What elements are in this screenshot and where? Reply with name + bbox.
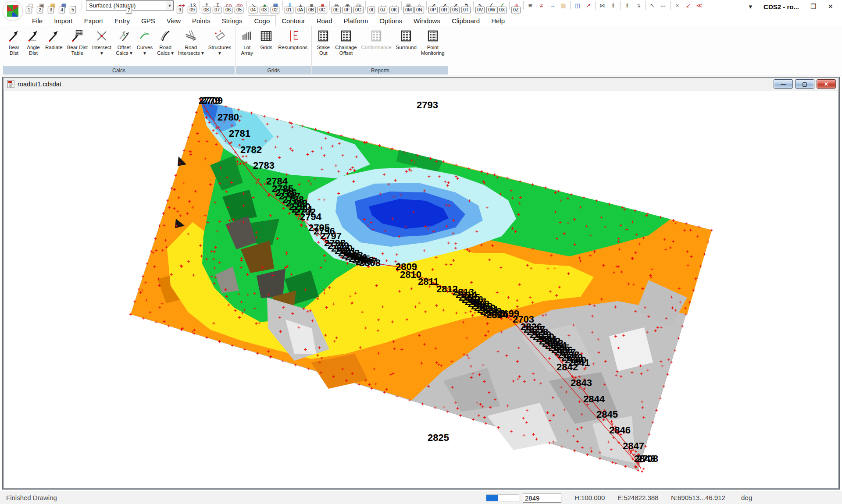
cascade-icon[interactable]: ▣0M — [403, 0, 414, 10]
tab-points[interactable]: Points — [186, 16, 216, 26]
map-canvas[interactable]: 2779270927802781278227832784278527862787… — [4, 91, 838, 488]
bearing-line-icon[interactable]: ↗0P — [428, 0, 439, 10]
point-number-input[interactable] — [523, 493, 561, 503]
angle-icon[interactable]: ∠0W — [486, 0, 497, 10]
ribbon-button-stake-out[interactable]: StakeOut — [314, 27, 333, 66]
ribbon-button-label: Resumptions — [278, 45, 307, 50]
point-numbers-icon[interactable]: 1309 — [187, 0, 198, 10]
chevron-down-icon[interactable]: ▼ — [166, 1, 173, 10]
ribbon-group-reports: StakeOutChainageOffsetConformanceSurroun… — [311, 26, 448, 75]
road-template-icon[interactable]: ≠ — [536, 0, 547, 10]
ribbon-button-bear-dist[interactable]: BearDist — [4, 27, 24, 66]
qat-dropdown-icon[interactable]: ▾ — [749, 3, 753, 11]
codes-icon[interactable]: co06 — [223, 0, 234, 10]
image-window-icon[interactable]: ▦02 — [270, 0, 281, 10]
ribbon-button-chainage-offset[interactable]: ChainageOffset — [333, 27, 359, 66]
zoom-out-icon[interactable]: ⊖0E — [331, 0, 342, 10]
ribbon-button-road-intersects[interactable]: RoadIntersects ▾ — [176, 27, 206, 66]
tab-entry[interactable]: Entry — [109, 16, 136, 26]
bars-red-icon[interactable]: ≪ — [694, 0, 705, 10]
doc-close-button[interactable]: ✕ — [817, 79, 836, 89]
ribbon-button-lot-array[interactable]: LotArray — [237, 27, 257, 66]
tab-file[interactable]: File — [26, 16, 48, 26]
tab-windows[interactable]: Windows — [408, 16, 446, 26]
delete-line-icon[interactable]: ⌀0Z — [511, 0, 522, 10]
layers-icon[interactable]: ≡0C — [317, 0, 328, 10]
tab-strings[interactable]: Strings — [216, 16, 248, 26]
open-folder-icon[interactable]: ▤3 — [47, 0, 58, 10]
triangles-icon[interactable]: ▲0A — [295, 0, 306, 10]
join-string-icon[interactable]: → — [547, 0, 558, 10]
multi-lines-icon[interactable]: ≋ — [525, 0, 536, 10]
keytip: 0F — [343, 7, 352, 13]
symbols-icon[interactable]: ♠03 — [259, 0, 270, 10]
window-close-button[interactable]: ✕ — [828, 3, 833, 11]
descriptions-icon[interactable]: de05 — [234, 0, 245, 10]
ribbon-button-intersect[interactable]: Intersect▾ — [90, 27, 114, 66]
tab-view[interactable]: View — [161, 16, 186, 26]
previous-view-icon[interactable]: ▭0J — [378, 0, 389, 10]
tab-clipboard[interactable]: Clipboard — [446, 16, 485, 26]
join-points-icon[interactable]: ↘04 — [248, 0, 259, 10]
breaklines-icon[interactable]: ∥01 — [284, 0, 295, 10]
line-icon[interactable]: ↗0R — [439, 0, 450, 10]
ribbon-button-bear-dist-table[interactable]: Bear DistTable — [65, 27, 90, 66]
tab-options[interactable]: Options — [374, 16, 408, 26]
tab-cogo[interactable]: Cogo — [248, 15, 276, 26]
new-doc-icon[interactable]: ▣2 — [36, 0, 47, 10]
traverse-icon[interactable]: ↰0T — [461, 0, 472, 10]
ribbon-button-angle-dist[interactable]: AngleDist — [24, 27, 43, 66]
ribbon-button-grids[interactable]: Grids — [257, 27, 276, 66]
terrain-surface — [4, 91, 838, 487]
new-file-icon[interactable]: ▢1 — [25, 0, 36, 10]
window-restore-button[interactable]: ❐ — [810, 3, 816, 11]
ribbon-button-resumptions[interactable]: Resumptions — [276, 27, 310, 66]
doc-restore-button[interactable]: ▢ — [795, 79, 814, 89]
elevations-down-icon[interactable]: ↧07 — [212, 0, 223, 10]
bars2-icon[interactable]: ‖ — [622, 0, 633, 10]
ribbon-button-surround[interactable]: Surround — [394, 27, 419, 66]
arc-icon[interactable]: ↗0S — [450, 0, 461, 10]
add-points-icon[interactable]: ++9 — [176, 0, 187, 10]
doc-minimize-button[interactable]: — — [774, 79, 793, 89]
section-icon[interactable]: ⋈ — [597, 0, 608, 10]
pan-icon[interactable]: ⇔0I — [367, 0, 378, 10]
select-icon[interactable]: ↖ — [647, 0, 658, 10]
status-h-value: H:100.000 — [574, 494, 605, 501]
open-project-icon[interactable]: ▨ — [558, 0, 569, 10]
ribbon-button-radiate[interactable]: Radiate — [43, 27, 65, 66]
home-view-icon[interactable]: ⌂0N — [414, 0, 425, 10]
ribbon-button-structures[interactable]: Structures▾ — [206, 27, 233, 66]
angle-green-icon[interactable]: ∠0X — [497, 0, 508, 10]
profile-icon[interactable]: ↗ — [583, 0, 594, 10]
ribbon-button-offset-calcs[interactable]: OffsetCalcs ▾ — [114, 27, 135, 66]
zoom-window-icon[interactable]: ◎0G — [353, 0, 364, 10]
redraw-icon[interactable]: ▭0K — [389, 0, 400, 10]
surface-selector[interactable]: Surface1 (Natural)▼7 — [86, 0, 174, 11]
window-icon[interactable]: ▦4 — [58, 0, 69, 10]
tab-export[interactable]: Export — [78, 16, 109, 26]
tab-road[interactable]: Road — [311, 16, 338, 26]
qat-customize-icon[interactable]: ⌄5 — [69, 0, 80, 10]
elevations-up-icon[interactable]: ↥08 — [201, 0, 212, 10]
tab-import[interactable]: Import — [48, 16, 78, 26]
arrow-red-icon[interactable]: ↙ — [683, 0, 694, 10]
ribbon-button-road-calcs[interactable]: RoadCalcs ▾ — [155, 27, 176, 66]
point-link-icon[interactable]: × — [672, 0, 683, 10]
ribbon-button-curves[interactable]: Curves▾ — [135, 27, 155, 66]
bars-icon[interactable]: ‖ — [608, 0, 619, 10]
ribbon-button-point-monitoring[interactable]: PointMonitoring — [419, 27, 447, 66]
polygon-icon[interactable]: ▱ — [658, 0, 669, 10]
tab-help[interactable]: Help — [485, 16, 510, 26]
tab-platform[interactable]: Platform — [338, 16, 374, 26]
app-logo[interactable] — [3, 1, 23, 21]
status-bar: Finished Drawing H:100.000 E:524822.388 … — [0, 491, 842, 504]
tab-contour[interactable]: Contour — [276, 16, 310, 26]
radiation-icon[interactable]: ↖0V — [475, 0, 486, 10]
zoom-in-icon[interactable]: ⊕0F — [342, 0, 353, 10]
contours-icon[interactable]: ≡0B — [306, 0, 317, 10]
tab-gps[interactable]: GPS — [136, 16, 161, 26]
snap-corner-icon[interactable]: ↴ — [633, 0, 644, 10]
save-icon[interactable]: ◫ — [572, 0, 583, 10]
keytip: 02 — [271, 7, 279, 13]
